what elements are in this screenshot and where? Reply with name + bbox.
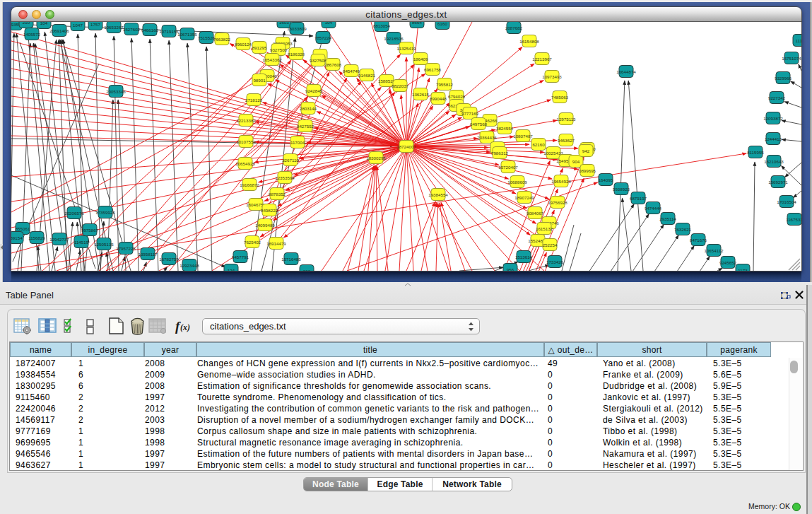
svg-text:6879197: 6879197 xyxy=(630,196,647,201)
svg-text:19756928: 19756928 xyxy=(548,200,567,205)
svg-text:2718120: 2718120 xyxy=(245,98,263,103)
svg-text:956: 956 xyxy=(507,267,514,271)
svg-text:9084067: 9084067 xyxy=(526,211,544,216)
svg-text:1173: 1173 xyxy=(738,268,748,271)
svg-text:8186328: 8186328 xyxy=(288,52,305,57)
svg-text:7632621: 7632621 xyxy=(674,227,692,232)
svg-text:15692971: 15692971 xyxy=(768,180,788,185)
svg-text:18907249: 18907249 xyxy=(514,195,534,200)
svg-text:12975115: 12975115 xyxy=(556,117,576,122)
svg-text:9227342: 9227342 xyxy=(768,95,786,100)
svg-text:19654923: 19654923 xyxy=(551,179,571,184)
svg-text:13958117: 13958117 xyxy=(138,252,158,257)
svg-text:12213967: 12213967 xyxy=(532,57,552,62)
svg-text:8878352: 8878352 xyxy=(269,192,286,197)
svg-text:904: 904 xyxy=(572,159,580,164)
svg-text:2935114: 2935114 xyxy=(659,216,676,221)
svg-text:0899695: 0899695 xyxy=(579,168,596,173)
svg-text:10653267: 10653267 xyxy=(104,25,124,30)
svg-text:9474444: 9474444 xyxy=(645,206,662,211)
svg-text:186409: 186409 xyxy=(413,57,428,62)
svg-text:6160: 6160 xyxy=(437,22,447,26)
svg-text:855061: 855061 xyxy=(16,226,30,231)
svg-text:1156829: 1156829 xyxy=(28,235,45,240)
svg-text:7515526: 7515526 xyxy=(198,35,216,40)
svg-text:20364436: 20364436 xyxy=(477,135,497,140)
svg-text:7857224: 7857224 xyxy=(314,35,332,40)
svg-text:1362615: 1362615 xyxy=(412,92,430,97)
svg-text:8990448: 8990448 xyxy=(430,96,447,101)
svg-text:9457791: 9457791 xyxy=(232,255,249,259)
svg-text:7625402: 7625402 xyxy=(244,240,261,245)
svg-text:252254: 252254 xyxy=(543,243,558,247)
svg-text:9242845: 9242845 xyxy=(305,88,323,93)
svg-text:124: 124 xyxy=(228,268,235,271)
svg-text:20206576: 20206576 xyxy=(64,211,84,216)
svg-text:20053346: 20053346 xyxy=(106,89,126,94)
svg-text:10107554: 10107554 xyxy=(236,139,256,144)
svg-text:1757: 1757 xyxy=(90,22,100,27)
svg-text:9327500: 9327500 xyxy=(270,47,288,52)
svg-text:10654112: 10654112 xyxy=(704,248,724,253)
svg-text:8960124: 8960124 xyxy=(235,42,252,47)
svg-text:9975867: 9975867 xyxy=(81,228,99,233)
svg-text:(x): (x) xyxy=(180,322,190,332)
svg-text:8813054: 8813054 xyxy=(373,23,391,28)
svg-text:10719155: 10719155 xyxy=(159,29,179,34)
svg-text:19384554: 19384554 xyxy=(428,192,448,197)
svg-text:9777169: 9777169 xyxy=(461,111,479,116)
svg-text:114519: 114519 xyxy=(74,240,89,245)
svg-text:1615132: 1615132 xyxy=(536,226,553,231)
svg-text:16914479: 16914479 xyxy=(266,241,286,246)
svg-text:6497568: 6497568 xyxy=(470,122,488,127)
svg-text:2803144: 2803144 xyxy=(300,106,317,111)
svg-text:663: 663 xyxy=(303,269,311,271)
svg-text:15720407: 15720407 xyxy=(498,165,518,170)
svg-text:104: 104 xyxy=(40,22,48,25)
svg-text:117004: 117004 xyxy=(290,140,305,145)
svg-text:9245652: 9245652 xyxy=(719,260,737,265)
svg-text:104: 104 xyxy=(325,22,333,25)
svg-text:1167531: 1167531 xyxy=(786,217,801,222)
svg-text:6466160: 6466160 xyxy=(141,28,159,33)
svg-text:1733426: 1733426 xyxy=(546,259,564,264)
svg-text:12213382: 12213382 xyxy=(236,118,256,123)
svg-text:8471676: 8471676 xyxy=(690,238,707,243)
svg-text:891295: 891295 xyxy=(252,45,267,50)
svg-text:164095: 164095 xyxy=(599,177,613,182)
svg-text:8822037: 8822037 xyxy=(392,83,409,88)
svg-text:12353594: 12353594 xyxy=(275,175,295,180)
svg-text:7485063: 7485063 xyxy=(551,95,569,100)
svg-text:19218506: 19218506 xyxy=(384,36,404,41)
svg-text:7663822: 7663822 xyxy=(213,37,231,42)
svg-text:16033809: 16033809 xyxy=(287,26,307,31)
svg-text:17359924: 17359924 xyxy=(95,210,115,215)
svg-text:9146821: 9146821 xyxy=(358,73,376,78)
svg-text:98901: 98901 xyxy=(253,78,266,83)
svg-text:15751074: 15751074 xyxy=(782,56,801,61)
svg-text:12942737: 12942737 xyxy=(49,237,69,242)
svg-text:10654925: 10654925 xyxy=(235,161,255,166)
svg-text:2867608: 2867608 xyxy=(324,62,342,67)
svg-text:1244413: 1244413 xyxy=(765,136,782,141)
svg-text:2087682: 2087682 xyxy=(505,25,523,30)
svg-text:7955812: 7955812 xyxy=(436,82,454,87)
svg-text:6961758: 6961758 xyxy=(424,67,442,72)
svg-text:7986312: 7986312 xyxy=(491,151,509,156)
svg-text:8664: 8664 xyxy=(412,22,422,25)
svg-text:62160: 62160 xyxy=(532,142,545,147)
svg-text:10973493: 10973493 xyxy=(542,74,562,79)
svg-text:39154: 39154 xyxy=(11,235,23,240)
svg-text:16210643: 16210643 xyxy=(764,159,784,164)
svg-text:15716485: 15716485 xyxy=(281,257,301,262)
svg-text:12923448: 12923448 xyxy=(180,263,199,268)
svg-text:18724007: 18724007 xyxy=(396,144,416,149)
svg-text:942: 942 xyxy=(582,148,590,153)
svg-text:10807487: 10807487 xyxy=(513,134,533,139)
svg-text:8454749: 8454749 xyxy=(343,69,360,74)
svg-text:12093872: 12093872 xyxy=(763,116,783,121)
svg-text:1603: 1603 xyxy=(279,22,289,25)
svg-text:12505135: 12505135 xyxy=(94,242,114,247)
svg-text:16644874: 16644874 xyxy=(616,69,636,74)
svg-text:6794028: 6794028 xyxy=(448,94,466,99)
